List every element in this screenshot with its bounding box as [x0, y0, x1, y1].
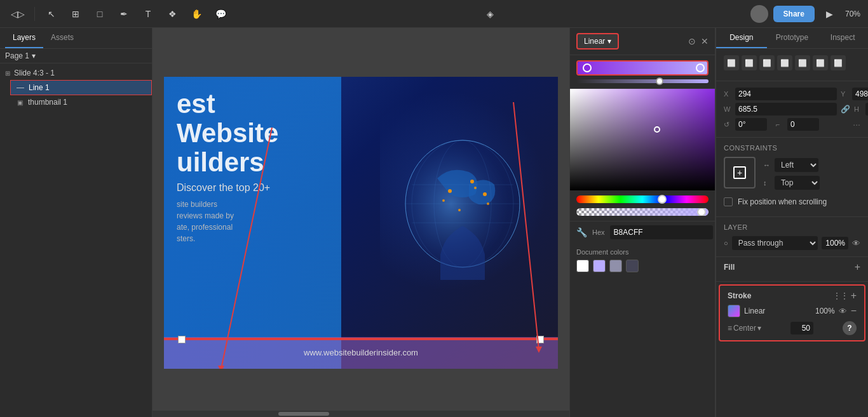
center-logo-icon[interactable]: ◈	[480, 4, 501, 24]
align-center-h-btn[interactable]: ⬜	[742, 55, 757, 70]
tab-assets[interactable]: Assets	[43, 28, 81, 48]
align-center-v-btn[interactable]: ⬜	[795, 55, 810, 70]
close-icon[interactable]: ✕	[701, 36, 709, 46]
h-label: H	[854, 105, 863, 113]
stroke-position-button[interactable]: ≡ Center ▾	[728, 324, 761, 333]
more-options-button[interactable]: ···	[853, 119, 860, 129]
alpha-thumb[interactable]	[697, 208, 706, 216]
hue-slider[interactable]	[576, 195, 709, 203]
page-selector[interactable]: Page 1 ▾	[0, 49, 152, 63]
layer-item-line1[interactable]: — Line 1	[10, 80, 152, 95]
h-input[interactable]	[865, 103, 868, 116]
stroke-header-row: Stroke ⋮⋮ +	[728, 291, 857, 301]
doc-color-swatch-4[interactable]	[626, 260, 639, 272]
v-constraint-select[interactable]: Top Bottom Center Scale	[775, 176, 820, 190]
scrollbar-thumb	[278, 412, 329, 416]
line-handle-left[interactable]	[178, 336, 186, 343]
hex-input[interactable]	[610, 225, 713, 239]
y-input[interactable]	[852, 88, 868, 100]
opacity-input-layer[interactable]	[822, 237, 848, 249]
canvas-content: est Website uilders Discover the top 20+…	[164, 77, 558, 369]
tab-layers[interactable]: Layers	[5, 28, 43, 48]
hue-slider-row	[570, 190, 715, 206]
h-constraint-select[interactable]: Left Right Center Scale	[775, 158, 818, 172]
layer-section: Layer ○ Pass through Normal Multiply Scr…	[716, 217, 868, 257]
align-top-btn[interactable]: ⬜	[777, 55, 792, 70]
x-input[interactable]	[735, 88, 837, 100]
stroke-visibility-button[interactable]: 👁	[839, 307, 847, 316]
toolbar-center: ◈	[236, 4, 745, 24]
stroke-preview-swatch[interactable]	[728, 305, 740, 317]
alpha-slider[interactable]	[576, 208, 709, 216]
tool-components[interactable]: ❖	[162, 4, 182, 24]
tool-pen[interactable]: ✒	[114, 4, 134, 24]
tool-hand[interactable]: ✋	[186, 4, 207, 24]
fill-header-row: Fill +	[724, 262, 860, 272]
tab-design[interactable]: Design	[716, 28, 767, 48]
tool-history[interactable]: ◁▷	[8, 4, 28, 24]
gradient-alpha-thumb[interactable]	[656, 77, 663, 85]
line-element[interactable]	[164, 338, 558, 340]
target-icon[interactable]: ⊙	[688, 36, 696, 46]
gradient-alpha-track[interactable]	[576, 79, 709, 83]
svg-point-7	[448, 189, 452, 193]
line-handle-right[interactable]	[536, 336, 544, 343]
slide-subheading: Discover the top 20+	[177, 182, 278, 194]
svg-point-12	[487, 202, 489, 205]
opacity-field	[822, 237, 848, 249]
left-panel-tabs: Layers Assets	[0, 28, 152, 49]
tool-shape[interactable]: □	[90, 4, 110, 24]
tool-frame[interactable]: ⊞	[65, 4, 86, 24]
h-constraint-row: ↔ Left Right Center Scale	[763, 158, 820, 172]
stroke-size-field	[790, 322, 813, 334]
share-button[interactable]: Share	[773, 6, 815, 22]
fix-position-checkbox[interactable]	[724, 197, 733, 206]
distribute-h-btn[interactable]: ⬜	[831, 55, 846, 70]
hue-thumb[interactable]	[658, 195, 667, 204]
align-left-btn[interactable]: ⬜	[724, 55, 739, 70]
gradient-type-button[interactable]: Linear ▾	[576, 33, 619, 50]
color-saturation-box[interactable]	[570, 89, 715, 190]
gradient-bar-container[interactable]	[576, 60, 709, 76]
stroke-align-icon: ≡	[728, 324, 732, 333]
help-button[interactable]: ?	[843, 321, 857, 335]
w-input[interactable]	[735, 103, 837, 116]
left-panel: Layers Assets Page 1 ▾ ⊞ Slide 4:3 - 1 —…	[0, 28, 153, 417]
stroke-section: Stroke ⋮⋮ + Linear 100% 👁 − ≡ Center ▾	[719, 284, 865, 341]
canvas-scrollbar[interactable]	[153, 411, 569, 417]
align-bottom-btn[interactable]: ⬜	[813, 55, 828, 70]
doc-color-swatch-1[interactable]	[576, 260, 589, 272]
svg-point-13	[474, 187, 477, 189]
stroke-remove-button[interactable]: −	[851, 306, 857, 316]
gradient-stop-right[interactable]	[696, 63, 705, 72]
align-row-1: ⬜ ⬜ ⬜ ⬜ ⬜ ⬜ ⬜	[724, 55, 860, 70]
tab-prototype[interactable]: Prototype	[767, 28, 818, 48]
stroke-size-input[interactable]	[790, 322, 813, 334]
y-label: Y	[841, 90, 850, 98]
svg-point-10	[458, 209, 461, 211]
eyedropper-button[interactable]: 🔧	[576, 227, 587, 237]
alpha-gradient	[576, 208, 709, 216]
tool-text[interactable]: T	[138, 4, 158, 24]
stroke-grid-button[interactable]: ⋮⋮	[833, 292, 848, 300]
blend-mode-select[interactable]: Pass through Normal Multiply Screen	[732, 236, 818, 250]
doc-colors-grid	[576, 260, 709, 272]
play-button[interactable]: ▶	[820, 4, 840, 24]
doc-color-swatch-3[interactable]	[609, 260, 622, 272]
align-right-btn[interactable]: ⬜	[759, 55, 775, 70]
doc-color-swatch-2[interactable]	[593, 260, 606, 272]
tool-select[interactable]: ↖	[41, 4, 62, 24]
add-fill-button[interactable]: +	[855, 262, 860, 272]
layer-parent[interactable]: ⊞ Slide 4:3 - 1	[0, 66, 152, 80]
tab-inspect[interactable]: Inspect	[817, 28, 868, 48]
rotation-input[interactable]	[735, 118, 767, 131]
corner-input[interactable]	[787, 118, 819, 131]
layer-item-thumbnail1[interactable]: ▣ thumbnail 1	[10, 95, 152, 109]
canvas-area[interactable]: est Website uilders Discover the top 20+…	[153, 28, 569, 417]
ratio-lock-btn[interactable]: 🔗	[841, 103, 850, 116]
stroke-header-actions: ⋮⋮ +	[833, 291, 857, 301]
tool-comment[interactable]: 💬	[210, 4, 231, 24]
visibility-toggle-button[interactable]: 👁	[852, 239, 860, 248]
gradient-stop-left[interactable]	[583, 63, 592, 72]
add-stroke-button[interactable]: +	[851, 291, 857, 301]
